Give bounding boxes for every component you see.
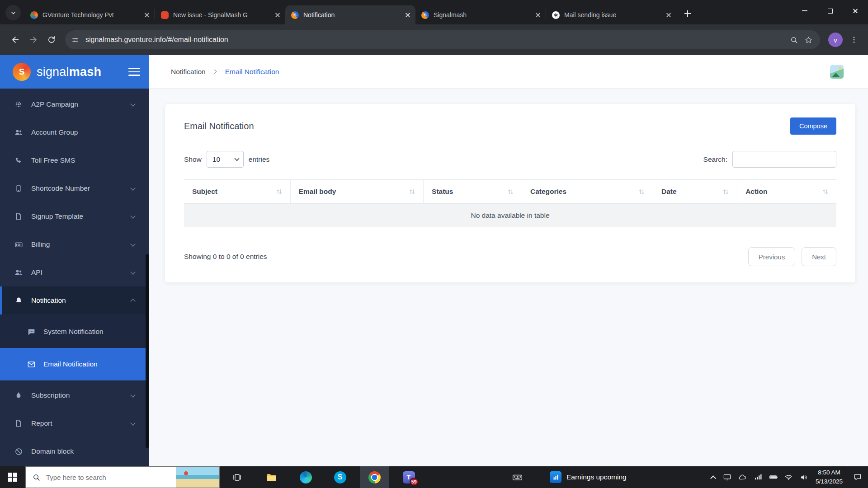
skype-icon: S xyxy=(334,471,346,483)
sidebar-item-shortcode-number[interactable]: Shortcode Number xyxy=(0,174,149,202)
tab-signalmash[interactable]: S Signalmash xyxy=(415,5,546,24)
tab-title: Signalmash xyxy=(434,11,530,19)
action-center-button[interactable] xyxy=(847,473,868,482)
taskbar-search-input[interactable] xyxy=(45,473,140,482)
close-icon xyxy=(852,8,859,14)
tab-title: New issue - SignalMash G xyxy=(173,11,269,19)
tab-close-icon[interactable] xyxy=(403,11,412,19)
taskbar-clock[interactable]: 8:50 AM 5/13/2025 xyxy=(816,468,843,486)
tab-notification-active[interactable]: S Notification xyxy=(285,5,415,24)
page-size-select[interactable]: 10 xyxy=(207,151,244,168)
email-table: Subject Email body Status Categories Dat… xyxy=(184,179,836,227)
tab-close-icon[interactable] xyxy=(142,11,151,19)
next-button[interactable]: Next xyxy=(802,247,836,266)
screen: GVenture Technology Pvt New issue - Sign… xyxy=(0,0,868,488)
sidebar-item-report[interactable]: Report xyxy=(0,409,149,437)
breadcrumb-page[interactable]: Email Notification xyxy=(225,68,279,76)
teams-icon: T59 xyxy=(403,471,415,483)
maximize-icon xyxy=(828,9,833,14)
battery-tray-button[interactable] xyxy=(766,466,781,488)
issue-tracker-favicon xyxy=(161,11,169,19)
tab-search-button[interactable] xyxy=(5,5,21,20)
tab-mail-sending-issue[interactable]: Mail sending issue xyxy=(546,5,676,24)
sidebar-item-account-group[interactable]: Account Group xyxy=(0,118,149,146)
sidebar-item-notification[interactable]: Notification xyxy=(0,286,149,314)
tab-close-icon[interactable] xyxy=(533,11,542,19)
table-search-input[interactable] xyxy=(732,151,836,168)
clock-date: 5/13/2025 xyxy=(816,477,843,486)
edge-icon xyxy=(300,471,312,483)
site-info-icon[interactable] xyxy=(68,33,82,47)
column-header-status[interactable]: Status xyxy=(424,180,522,204)
back-button[interactable] xyxy=(6,31,24,49)
wifi-tray-button[interactable] xyxy=(781,466,797,488)
table-controls: Show 10 entries Search: xyxy=(184,151,836,168)
tab-gventure[interactable]: GVenture Technology Pvt xyxy=(24,5,155,24)
breadcrumb-section[interactable]: Notification xyxy=(171,68,206,76)
teams-button[interactable]: T59 xyxy=(394,466,423,488)
ed​ge-button[interactable] xyxy=(291,466,320,488)
hamburger-menu-icon[interactable] xyxy=(128,68,140,76)
tab-close-icon[interactable] xyxy=(273,11,282,19)
news-widget[interactable]: Earnings upcoming xyxy=(550,466,627,488)
reload-button[interactable] xyxy=(42,31,61,49)
touch-keyboard-button[interactable] xyxy=(503,466,532,488)
notification-submenu: System Notification Email Notification xyxy=(0,314,149,381)
signalmash-logo-icon: S xyxy=(13,63,31,81)
volume-tray-button[interactable] xyxy=(797,466,812,488)
taskbar-search[interactable] xyxy=(25,466,220,488)
chrome-icon xyxy=(368,471,381,483)
compose-button[interactable]: Compose xyxy=(790,117,836,135)
sidebar-item-domain-block[interactable]: Domain block xyxy=(0,437,149,465)
start-button[interactable] xyxy=(0,466,25,488)
reload-icon xyxy=(47,35,56,44)
sidebar-item-toll-free-sms[interactable]: Toll Free SMS xyxy=(0,146,149,174)
chrome-button[interactable] xyxy=(360,466,389,488)
back-icon xyxy=(10,35,20,45)
task-view-button[interactable] xyxy=(222,466,251,488)
profile-photo[interactable] xyxy=(830,65,844,79)
column-header-subject[interactable]: Subject xyxy=(184,180,290,204)
task-view-icon xyxy=(232,472,242,483)
new-tab-button[interactable] xyxy=(680,6,695,21)
wallet-icon xyxy=(14,240,24,249)
signal-bars-icon xyxy=(754,473,762,481)
tab-close-icon[interactable] xyxy=(664,11,673,19)
maximize-button[interactable] xyxy=(817,0,843,22)
sidebar-item-signup-template[interactable]: Signup Template xyxy=(0,202,149,230)
column-header-action[interactable]: Action xyxy=(737,180,836,204)
browser-profile-avatar[interactable]: v xyxy=(828,33,843,47)
sidebar-item-subscription[interactable]: Subscription xyxy=(0,381,149,409)
previous-button[interactable]: Previous xyxy=(748,247,795,266)
file-explorer-button[interactable] xyxy=(257,466,286,488)
monitor-tray-button[interactable] xyxy=(720,466,735,488)
minimize-button[interactable] xyxy=(792,0,817,22)
hidden-icons-button[interactable] xyxy=(707,466,720,488)
browser-menu-button[interactable] xyxy=(846,32,862,47)
file-icon xyxy=(14,212,24,221)
chevron-up-icon xyxy=(130,299,135,304)
folder-icon xyxy=(266,472,277,483)
address-bar[interactable]: signalmash.gventure.info/#/email-notific… xyxy=(65,30,820,49)
column-header-categories[interactable]: Categories xyxy=(522,180,653,204)
forward-button[interactable] xyxy=(24,31,42,49)
sidebar-item-a2p-campaign[interactable]: A2P Campaign xyxy=(0,90,149,118)
cellular-tray-button[interactable] xyxy=(750,466,766,488)
sidebar-scrollbar[interactable] xyxy=(146,254,149,448)
close-button[interactable] xyxy=(843,0,868,22)
search-icon[interactable] xyxy=(787,33,801,47)
window-controls xyxy=(792,0,868,22)
column-header-email-body[interactable]: Email body xyxy=(290,180,423,204)
column-header-date[interactable]: Date xyxy=(653,180,737,204)
tab-new-issue[interactable]: New issue - SignalMash G xyxy=(155,5,285,24)
bookmark-star-icon[interactable] xyxy=(801,33,816,47)
skype-button[interactable]: S xyxy=(326,466,354,488)
sidebar-item-billing[interactable]: Billing xyxy=(0,230,149,258)
search-promo-image[interactable] xyxy=(176,467,219,488)
sidebar-item-api[interactable]: API xyxy=(0,258,149,286)
chevron-up-icon xyxy=(711,475,717,481)
sidebar-item-email-notification[interactable]: Email Notification xyxy=(0,348,149,380)
onedrive-tray-button[interactable] xyxy=(735,466,750,488)
sidebar-item-system-notification[interactable]: System Notification xyxy=(0,315,149,348)
chatgpt-favicon xyxy=(552,11,560,19)
